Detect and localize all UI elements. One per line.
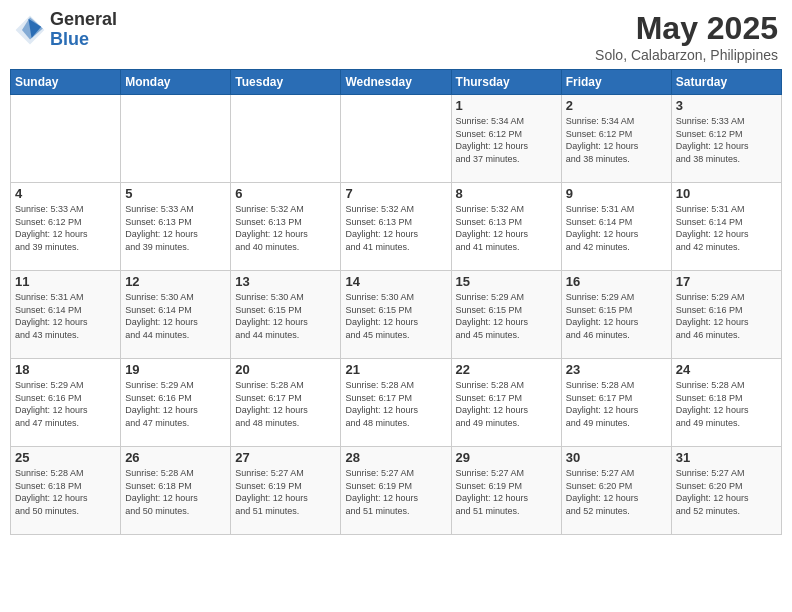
day-number: 12 xyxy=(125,274,226,289)
calendar-cell: 27Sunrise: 5:27 AM Sunset: 6:19 PM Dayli… xyxy=(231,447,341,535)
day-number: 10 xyxy=(676,186,777,201)
calendar-body: 1Sunrise: 5:34 AM Sunset: 6:12 PM Daylig… xyxy=(11,95,782,535)
calendar-cell: 26Sunrise: 5:28 AM Sunset: 6:18 PM Dayli… xyxy=(121,447,231,535)
day-number: 13 xyxy=(235,274,336,289)
calendar-cell: 24Sunrise: 5:28 AM Sunset: 6:18 PM Dayli… xyxy=(671,359,781,447)
calendar-cell: 17Sunrise: 5:29 AM Sunset: 6:16 PM Dayli… xyxy=(671,271,781,359)
calendar-cell: 9Sunrise: 5:31 AM Sunset: 6:14 PM Daylig… xyxy=(561,183,671,271)
calendar-cell xyxy=(341,95,451,183)
calendar-cell xyxy=(11,95,121,183)
day-info: Sunrise: 5:27 AM Sunset: 6:19 PM Dayligh… xyxy=(345,467,446,517)
calendar-cell xyxy=(231,95,341,183)
calendar-cell: 11Sunrise: 5:31 AM Sunset: 6:14 PM Dayli… xyxy=(11,271,121,359)
day-number: 25 xyxy=(15,450,116,465)
day-info: Sunrise: 5:29 AM Sunset: 6:16 PM Dayligh… xyxy=(676,291,777,341)
calendar-cell: 7Sunrise: 5:32 AM Sunset: 6:13 PM Daylig… xyxy=(341,183,451,271)
day-number: 11 xyxy=(15,274,116,289)
weekday-header-tuesday: Tuesday xyxy=(231,70,341,95)
day-number: 17 xyxy=(676,274,777,289)
day-info: Sunrise: 5:28 AM Sunset: 6:17 PM Dayligh… xyxy=(566,379,667,429)
calendar-cell: 6Sunrise: 5:32 AM Sunset: 6:13 PM Daylig… xyxy=(231,183,341,271)
calendar-table: SundayMondayTuesdayWednesdayThursdayFrid… xyxy=(10,69,782,535)
location: Solo, Calabarzon, Philippines xyxy=(595,47,778,63)
day-info: Sunrise: 5:31 AM Sunset: 6:14 PM Dayligh… xyxy=(15,291,116,341)
day-number: 4 xyxy=(15,186,116,201)
day-number: 7 xyxy=(345,186,446,201)
day-number: 26 xyxy=(125,450,226,465)
day-info: Sunrise: 5:32 AM Sunset: 6:13 PM Dayligh… xyxy=(456,203,557,253)
day-info: Sunrise: 5:27 AM Sunset: 6:19 PM Dayligh… xyxy=(456,467,557,517)
day-info: Sunrise: 5:32 AM Sunset: 6:13 PM Dayligh… xyxy=(345,203,446,253)
day-number: 24 xyxy=(676,362,777,377)
day-number: 5 xyxy=(125,186,226,201)
day-info: Sunrise: 5:28 AM Sunset: 6:17 PM Dayligh… xyxy=(235,379,336,429)
day-number: 18 xyxy=(15,362,116,377)
day-number: 30 xyxy=(566,450,667,465)
day-info: Sunrise: 5:28 AM Sunset: 6:17 PM Dayligh… xyxy=(456,379,557,429)
weekday-header-friday: Friday xyxy=(561,70,671,95)
calendar-cell: 23Sunrise: 5:28 AM Sunset: 6:17 PM Dayli… xyxy=(561,359,671,447)
day-number: 20 xyxy=(235,362,336,377)
logo-general: General xyxy=(50,10,117,30)
calendar-week-4: 18Sunrise: 5:29 AM Sunset: 6:16 PM Dayli… xyxy=(11,359,782,447)
calendar-cell: 16Sunrise: 5:29 AM Sunset: 6:15 PM Dayli… xyxy=(561,271,671,359)
day-number: 15 xyxy=(456,274,557,289)
calendar-cell: 13Sunrise: 5:30 AM Sunset: 6:15 PM Dayli… xyxy=(231,271,341,359)
weekday-header-saturday: Saturday xyxy=(671,70,781,95)
day-info: Sunrise: 5:27 AM Sunset: 6:20 PM Dayligh… xyxy=(566,467,667,517)
title-section: May 2025 Solo, Calabarzon, Philippines xyxy=(595,10,778,63)
day-number: 28 xyxy=(345,450,446,465)
day-info: Sunrise: 5:28 AM Sunset: 6:17 PM Dayligh… xyxy=(345,379,446,429)
day-info: Sunrise: 5:34 AM Sunset: 6:12 PM Dayligh… xyxy=(456,115,557,165)
day-number: 22 xyxy=(456,362,557,377)
day-info: Sunrise: 5:33 AM Sunset: 6:12 PM Dayligh… xyxy=(15,203,116,253)
day-info: Sunrise: 5:29 AM Sunset: 6:15 PM Dayligh… xyxy=(456,291,557,341)
day-number: 27 xyxy=(235,450,336,465)
calendar-cell: 28Sunrise: 5:27 AM Sunset: 6:19 PM Dayli… xyxy=(341,447,451,535)
day-number: 8 xyxy=(456,186,557,201)
logo-icon xyxy=(14,14,46,46)
day-info: Sunrise: 5:32 AM Sunset: 6:13 PM Dayligh… xyxy=(235,203,336,253)
day-info: Sunrise: 5:31 AM Sunset: 6:14 PM Dayligh… xyxy=(676,203,777,253)
day-number: 2 xyxy=(566,98,667,113)
day-info: Sunrise: 5:27 AM Sunset: 6:19 PM Dayligh… xyxy=(235,467,336,517)
logo: General Blue xyxy=(14,10,117,50)
day-info: Sunrise: 5:30 AM Sunset: 6:14 PM Dayligh… xyxy=(125,291,226,341)
month-title: May 2025 xyxy=(595,10,778,47)
day-number: 6 xyxy=(235,186,336,201)
calendar-cell: 2Sunrise: 5:34 AM Sunset: 6:12 PM Daylig… xyxy=(561,95,671,183)
calendar-cell: 30Sunrise: 5:27 AM Sunset: 6:20 PM Dayli… xyxy=(561,447,671,535)
calendar-week-3: 11Sunrise: 5:31 AM Sunset: 6:14 PM Dayli… xyxy=(11,271,782,359)
calendar-cell xyxy=(121,95,231,183)
day-info: Sunrise: 5:27 AM Sunset: 6:20 PM Dayligh… xyxy=(676,467,777,517)
calendar-cell: 10Sunrise: 5:31 AM Sunset: 6:14 PM Dayli… xyxy=(671,183,781,271)
day-info: Sunrise: 5:28 AM Sunset: 6:18 PM Dayligh… xyxy=(125,467,226,517)
day-number: 21 xyxy=(345,362,446,377)
day-number: 29 xyxy=(456,450,557,465)
day-number: 9 xyxy=(566,186,667,201)
day-info: Sunrise: 5:29 AM Sunset: 6:15 PM Dayligh… xyxy=(566,291,667,341)
calendar-cell: 5Sunrise: 5:33 AM Sunset: 6:13 PM Daylig… xyxy=(121,183,231,271)
logo-text: General Blue xyxy=(50,10,117,50)
calendar-cell: 4Sunrise: 5:33 AM Sunset: 6:12 PM Daylig… xyxy=(11,183,121,271)
day-info: Sunrise: 5:31 AM Sunset: 6:14 PM Dayligh… xyxy=(566,203,667,253)
day-number: 23 xyxy=(566,362,667,377)
day-info: Sunrise: 5:29 AM Sunset: 6:16 PM Dayligh… xyxy=(15,379,116,429)
calendar-cell: 1Sunrise: 5:34 AM Sunset: 6:12 PM Daylig… xyxy=(451,95,561,183)
calendar-cell: 22Sunrise: 5:28 AM Sunset: 6:17 PM Dayli… xyxy=(451,359,561,447)
weekday-header-monday: Monday xyxy=(121,70,231,95)
day-info: Sunrise: 5:28 AM Sunset: 6:18 PM Dayligh… xyxy=(676,379,777,429)
calendar-cell: 3Sunrise: 5:33 AM Sunset: 6:12 PM Daylig… xyxy=(671,95,781,183)
calendar-cell: 15Sunrise: 5:29 AM Sunset: 6:15 PM Dayli… xyxy=(451,271,561,359)
weekday-header-thursday: Thursday xyxy=(451,70,561,95)
calendar-cell: 18Sunrise: 5:29 AM Sunset: 6:16 PM Dayli… xyxy=(11,359,121,447)
calendar-cell: 31Sunrise: 5:27 AM Sunset: 6:20 PM Dayli… xyxy=(671,447,781,535)
day-info: Sunrise: 5:33 AM Sunset: 6:13 PM Dayligh… xyxy=(125,203,226,253)
calendar-week-2: 4Sunrise: 5:33 AM Sunset: 6:12 PM Daylig… xyxy=(11,183,782,271)
day-number: 31 xyxy=(676,450,777,465)
weekday-row: SundayMondayTuesdayWednesdayThursdayFrid… xyxy=(11,70,782,95)
calendar-cell: 14Sunrise: 5:30 AM Sunset: 6:15 PM Dayli… xyxy=(341,271,451,359)
calendar-week-1: 1Sunrise: 5:34 AM Sunset: 6:12 PM Daylig… xyxy=(11,95,782,183)
day-number: 3 xyxy=(676,98,777,113)
calendar-cell: 21Sunrise: 5:28 AM Sunset: 6:17 PM Dayli… xyxy=(341,359,451,447)
